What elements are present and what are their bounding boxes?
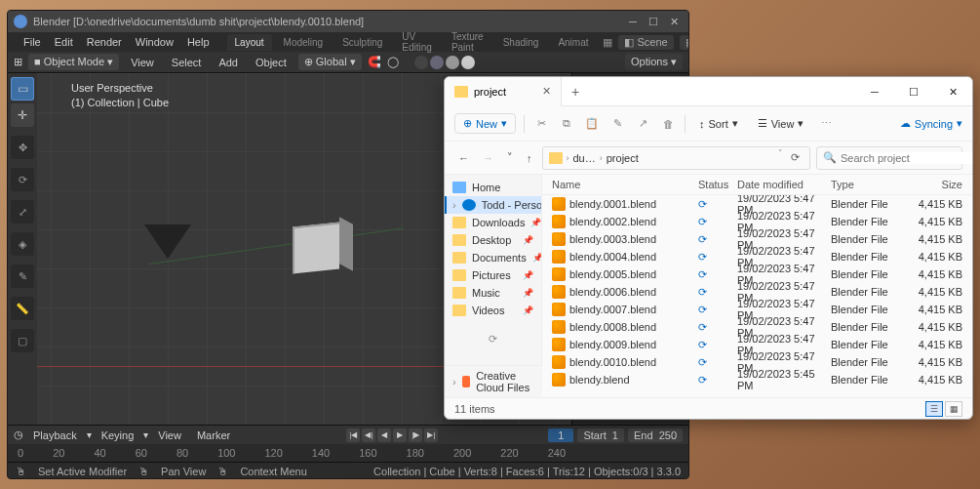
pin-icon[interactable]: 📌	[523, 288, 533, 298]
col-type[interactable]: Type	[831, 179, 893, 190]
explorer-titlebar[interactable]: project ✕ + ─ ☐ ✕	[445, 77, 972, 106]
view-button[interactable]: ☰ View ▾	[752, 113, 810, 134]
maximize-button[interactable]: ☐	[645, 16, 662, 28]
back-button[interactable]: ←	[454, 149, 473, 167]
shading-wire-icon[interactable]	[414, 56, 428, 69]
col-name[interactable]: Name	[552, 179, 698, 190]
play-icon[interactable]: ▶	[393, 428, 407, 442]
header-select[interactable]: Select	[166, 55, 208, 70]
ex-close-button[interactable]: ✕	[933, 77, 972, 106]
workspace-tab-uv editing[interactable]: UV Editing	[394, 28, 440, 56]
icons-view-button[interactable]: ▦	[945, 401, 962, 417]
snap-icon[interactable]: 🧲	[368, 56, 381, 68]
menu-help[interactable]: Help	[181, 34, 216, 50]
nav-todd - personal[interactable]: ›Todd - Personal	[445, 196, 541, 214]
copy-icon[interactable]: ⧉	[558, 117, 575, 130]
crumb-parent[interactable]: du…	[573, 152, 596, 164]
menu-file[interactable]: File	[18, 34, 47, 50]
timeline-ruler[interactable]: 020406080100120140160180200220240	[8, 444, 688, 462]
nav-desktop[interactable]: Desktop📌	[445, 231, 541, 249]
timeline-icon[interactable]: ◷	[14, 428, 23, 441]
header-view[interactable]: View	[125, 55, 160, 70]
tl-view[interactable]: View	[152, 428, 187, 443]
measure-tool[interactable]: 📏	[11, 297, 34, 320]
current-frame[interactable]: 1	[548, 428, 573, 442]
new-button[interactable]: ⊕ New ▾	[454, 113, 516, 134]
start-frame[interactable]: Start 1	[577, 428, 623, 442]
recent-dropdown[interactable]: ˅	[503, 148, 517, 167]
proportional-icon[interactable]: ◯	[387, 56, 399, 68]
cut-icon[interactable]: ✂	[532, 117, 550, 130]
address-dropdown-icon[interactable]: ˅	[778, 148, 783, 167]
cube-object[interactable]	[293, 224, 347, 279]
browse-scene-icon[interactable]: ▦	[603, 36, 612, 49]
sort-button[interactable]: ↕ Sort ▾	[693, 113, 744, 134]
jump-start-icon[interactable]: |◀	[346, 428, 360, 442]
scene-selector[interactable]: ◧Scene	[618, 35, 674, 50]
chevron-right-icon[interactable]: ›	[600, 153, 603, 163]
viewlayer-selector[interactable]: ▤ViewLayer	[680, 35, 689, 50]
object-mode-selector[interactable]: ■ Object Mode ▾	[28, 54, 119, 70]
end-frame[interactable]: End 250	[628, 428, 683, 442]
add-cube-tool[interactable]: ▢	[11, 329, 34, 352]
ex-minimize-button[interactable]: ─	[855, 77, 894, 106]
header-object[interactable]: Object	[250, 55, 293, 70]
nav-music[interactable]: Music📌	[445, 284, 541, 302]
select-tool[interactable]: ▭	[11, 77, 34, 101]
refresh-button[interactable]: ⟳	[787, 148, 804, 167]
cursor-tool[interactable]: ✛	[11, 103, 34, 127]
col-size[interactable]: Size	[893, 179, 962, 190]
options-dropdown[interactable]: Options ▾	[625, 54, 683, 70]
shading-solid-icon[interactable]	[430, 56, 444, 69]
crumb-current[interactable]: project	[607, 152, 639, 164]
col-date[interactable]: Date modified	[737, 179, 831, 190]
header-add[interactable]: Add	[213, 55, 244, 70]
tl-marker[interactable]: Marker	[191, 428, 236, 443]
rotate-tool[interactable]: ⟳	[11, 168, 34, 191]
workspace-tab-shading[interactable]: Shading	[495, 34, 547, 51]
editor-type-icon[interactable]: ⊞	[14, 56, 22, 68]
transform-tool[interactable]: ◈	[11, 232, 34, 256]
nav-downloads[interactable]: Downloads📌	[445, 214, 541, 231]
chevron-right-icon[interactable]: ›	[567, 153, 569, 163]
shading-material-icon[interactable]	[446, 56, 459, 69]
orientation-selector[interactable]: ⊕ Global ▾	[298, 54, 362, 70]
new-tab-button[interactable]: +	[562, 84, 589, 100]
col-status[interactable]: Status	[698, 179, 737, 190]
nav-pictures[interactable]: Pictures📌	[445, 266, 541, 284]
forward-button[interactable]: →	[479, 149, 497, 167]
workspace-tab-sculpting[interactable]: Sculpting	[334, 34, 390, 51]
rename-icon[interactable]: ✎	[608, 117, 626, 130]
close-button[interactable]: ✕	[665, 16, 683, 28]
next-key-icon[interactable]: |▶	[409, 428, 422, 442]
file-row[interactable]: blendy.blend⟳19/02/2023 5:45 PMBlender F…	[542, 371, 972, 388]
nav-home[interactable]: Home	[445, 179, 541, 196]
annotate-tool[interactable]: ✎	[11, 265, 34, 288]
menu-window[interactable]: Window	[130, 34, 179, 50]
minimize-button[interactable]: ─	[624, 16, 642, 27]
workspace-tab-animat[interactable]: Animat	[550, 34, 596, 51]
explorer-tab[interactable]: project ✕	[445, 77, 562, 106]
tl-keying[interactable]: Keying	[96, 428, 140, 443]
pin-icon[interactable]: 📌	[523, 235, 533, 245]
blender-titlebar[interactable]: Blender [D:\onedrive\documents\dumb shit…	[8, 11, 688, 32]
move-tool[interactable]: ✥	[11, 136, 34, 159]
workspace-tab-modeling[interactable]: Modeling	[276, 34, 332, 51]
nav-ccf[interactable]: › Creative Cloud Files	[445, 365, 542, 397]
play-reverse-icon[interactable]: ◀	[377, 428, 391, 442]
prev-key-icon[interactable]: ◀|	[362, 428, 375, 442]
details-view-button[interactable]: ☰	[925, 401, 943, 417]
paste-icon[interactable]: 📋	[583, 117, 601, 130]
scale-tool[interactable]: ⤢	[11, 200, 34, 224]
jump-end-icon[interactable]: ▶|	[424, 428, 438, 442]
up-button[interactable]: ↑	[523, 149, 536, 167]
workspace-tab-texture paint[interactable]: Texture Paint	[444, 28, 491, 56]
pin-icon[interactable]: 📌	[532, 253, 542, 263]
menu-edit[interactable]: Edit	[49, 34, 79, 50]
search-input[interactable]	[841, 152, 973, 164]
address-bar[interactable]: › du… › project ˅ ⟳	[542, 146, 811, 170]
workspace-tab-layout[interactable]: Layout	[227, 34, 272, 51]
sync-status[interactable]: ☁ Syncing ▾	[900, 117, 962, 130]
menu-render[interactable]: Render	[81, 34, 128, 50]
pin-icon[interactable]: 📌	[523, 306, 533, 315]
